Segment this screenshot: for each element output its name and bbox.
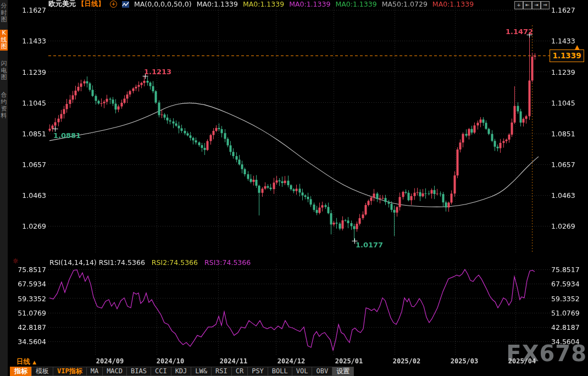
annotation-start-low: 1.0881 <box>53 131 81 140</box>
ma0-value-1: MA0:1.1339 <box>197 0 238 8</box>
sidebar-tab-kline[interactable]: K线图 <box>0 30 8 51</box>
rsi1-value: RSI(14,14,14) RSI1:74.5366 <box>49 258 145 267</box>
price-tick-right: 1.0851 <box>551 130 575 138</box>
period-dropdown-arrow-icon: ▲ <box>32 360 36 365</box>
chart-header: 欧元美元 【日线】 + MA(0,0,0,0,50,0) MA0:1.1339 … <box>48 0 474 8</box>
mini-chart-icon[interactable] <box>122 1 129 8</box>
indicator-macd[interactable]: MACD <box>102 367 127 376</box>
ma-settings: MA(0,0,0,0,50,0) <box>134 0 192 8</box>
date-tick: 2024/11 <box>220 357 248 365</box>
price-tick-right: 1.1239 <box>551 68 575 76</box>
rsi-settings-icon[interactable]: ☼ <box>13 257 19 265</box>
indicator-rsi[interactable]: RSI <box>211 367 232 376</box>
indicator-cr[interactable]: CR <box>231 367 248 376</box>
annotation-local-high: 1.1213 <box>144 68 171 76</box>
rsi3-value: RSI3:74.5366 <box>204 258 251 267</box>
tab-indicators[interactable]: 指标 <box>10 367 32 376</box>
ma0-value-2: MA0:1.1339 <box>243 0 284 8</box>
sidebar-tab-flash[interactable]: 闪电图 <box>0 60 8 81</box>
settings-button[interactable]: 设置 <box>332 367 354 376</box>
indicator-toolbar: 指标 模板 VIP指标 MA MACD BIAS CCI KDJ LW& RSI… <box>10 367 353 376</box>
indicator-boll[interactable]: BOLL <box>268 367 292 376</box>
annotation-high: 1.1472 <box>506 27 533 36</box>
price-tick-right: 1.1433 <box>551 37 575 45</box>
date-tick: 2025/04 <box>508 357 536 365</box>
rsi-header: RSI(14,14,14) RSI1:74.5366 RSI2:74.5366 … <box>49 258 251 267</box>
rsi-tick-right: 42.8187 <box>551 323 580 331</box>
rsi-tick-right: 67.5934 <box>551 280 580 288</box>
period-selector[interactable]: 日线 ▲ <box>16 357 36 367</box>
date-tick: 2025/01 <box>335 357 363 365</box>
indicator-cci[interactable]: CCI <box>151 367 171 376</box>
candlestick-rsi-canvas[interactable] <box>0 0 588 376</box>
ma0-value-5: MA0:1.1339 <box>432 0 474 8</box>
add-overlay-icon[interactable]: + <box>110 1 117 8</box>
indicator-ma[interactable]: MA <box>86 367 103 376</box>
rsi-tick-right: 59.3352 <box>551 295 580 303</box>
ma0-value-3: MA0:1.1339 <box>289 0 330 8</box>
indicator-lw[interactable]: LW& <box>191 367 212 376</box>
rsi-tick-right: 51.0769 <box>551 309 580 317</box>
trading-app-window: 分时图 K线图 闪电图 合约资料 欧元美元 【日线】 + MA(0,0,0,0,… <box>0 0 588 376</box>
sidebar-tab-timeshare[interactable]: 分时图 <box>0 3 8 24</box>
scale-left-icon[interactable]: ⇤ <box>523 1 532 9</box>
indicator-obv[interactable]: OBV <box>312 367 332 376</box>
symbol-name: 欧元美元 <box>48 0 76 9</box>
indicator-psy[interactable]: PSY <box>247 367 268 376</box>
pan-right-icon[interactable]: ⇒ <box>541 1 550 9</box>
date-tick: 2024/12 <box>278 357 306 365</box>
tab-vip-indicators[interactable]: VIP指标 <box>53 367 87 376</box>
sidebar-tab-contract-info[interactable]: 合约资料 <box>0 92 8 119</box>
price-tick-right: 1.0463 <box>551 191 575 200</box>
crosshair-tool-icon[interactable]: + <box>514 1 523 9</box>
rsi-tick-right: 34.5604 <box>551 338 580 346</box>
price-tick-right: 1.0269 <box>551 222 575 230</box>
rsi-tick-right: 75.8517 <box>551 266 580 274</box>
rsi2-value: RSI2:74.5366 <box>152 258 198 267</box>
indicator-vol[interactable]: VOL <box>292 367 313 376</box>
date-tick: 2024/10 <box>157 357 185 365</box>
scale-right-icon[interactable]: ⇥ <box>532 1 541 9</box>
tab-templates[interactable]: 模板 <box>31 367 53 376</box>
indicator-bias[interactable]: BIAS <box>126 367 151 376</box>
period-tag: 【日线】 <box>77 0 105 9</box>
left-tab-strip: 分时图 K线图 闪电图 合约资料 <box>0 0 8 376</box>
price-up-arrow-icon: ▲ <box>575 43 579 51</box>
annotation-low: 1.0177 <box>356 241 383 249</box>
price-tick-right: 1.0657 <box>551 161 575 169</box>
current-price-tag: 1.1339 <box>550 49 584 62</box>
price-tick-right: 1.1045 <box>551 99 575 107</box>
ma0-value-4: MA0:1.1339 <box>335 0 376 8</box>
price-tick-right: 1.1627 <box>551 6 575 14</box>
date-tick: 2025/03 <box>451 357 479 365</box>
indicator-kdj[interactable]: KDJ <box>171 367 192 376</box>
ma50-value: MA50:1.0729 <box>382 0 428 8</box>
date-tick: 2025/02 <box>393 357 421 365</box>
date-tick: 2024/09 <box>96 357 124 365</box>
